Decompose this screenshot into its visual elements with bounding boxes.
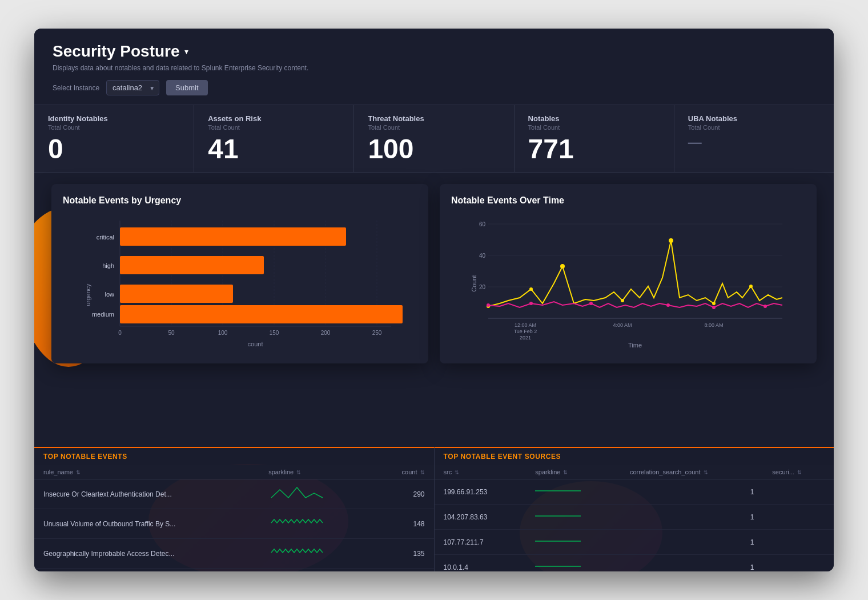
kpi-row: Identity Notables Total Count 0 Assets o… [34,105,834,173]
table-row: Insecure Or Cleartext Authentication Det… [34,479,434,509]
src-sparkline-3 [526,530,621,555]
svg-text:Tue Feb 2: Tue Feb 2 [514,329,537,334]
kpi-notables-value: 771 [528,135,660,163]
corr-count-2: 1 [621,505,763,530]
sort-src-sparkline-icon: ⇅ [563,470,568,475]
col-src-sparkline[interactable]: sparkline ⇅ [526,465,621,479]
svg-text:count: count [248,341,263,347]
src-sparkline-4 [526,555,621,572]
sort-src-icon: ⇅ [455,470,459,475]
table-row: 107.77.211.7 1 [435,530,834,555]
header: Security Posture ▾ Displays data about n… [34,29,834,105]
src-cell: 10.0.1.4 [435,555,527,572]
table-row: 104.207.83.63 1 [435,505,834,530]
corr-count-4: 1 [621,555,763,572]
col-count[interactable]: count ⇅ [372,465,434,479]
svg-point-48 [666,303,670,307]
col-security[interactable]: securi... ⇅ [763,465,834,479]
src-cell: 199.66.91.253 [435,479,527,505]
table-row: 199.66.91.253 1 [435,479,834,505]
table-row: Unusual Volume of Outbound Traffic By S.… [34,509,434,539]
security-2 [763,505,834,530]
kpi-card-uba: UBA Notables Total Count — [674,105,834,172]
col-correlation-count[interactable]: correlation_search_count ⇅ [621,465,763,479]
svg-rect-19 [120,285,233,303]
kpi-assets-sublabel: Total Count [208,124,340,131]
submit-button[interactable]: Submit [166,80,207,95]
bar-chart-container: urgency 0 50 100 150 200 250 count [63,215,417,352]
kpi-card-assets: Assets on Risk Total Count 41 [194,105,354,172]
rule-name-cell: Unusual Volume of Outbound Traffic By S.… [34,509,259,539]
svg-point-45 [487,303,490,307]
line-chart-title: Notable Events Over Time [451,195,805,206]
count-cell-2: 148 [372,509,434,539]
svg-rect-15 [120,227,346,246]
col-sparkline[interactable]: sparkline ⇅ [259,465,372,479]
table-row: 10.0.1.4 1 [435,555,834,572]
line-chart-container: Count 60 40 20 12:00 AM [451,215,805,352]
svg-text:0: 0 [118,330,122,336]
sort-count-icon: ⇅ [420,470,425,475]
svg-text:250: 250 [372,330,382,336]
svg-rect-17 [120,256,264,274]
svg-point-50 [763,305,767,308]
page-subtitle: Displays data about notables and data re… [53,64,815,72]
col-src[interactable]: src ⇅ [435,465,527,479]
svg-text:40: 40 [479,253,486,259]
main-content: Notable Events by Urgency urgency 0 50 1… [34,173,834,571]
svg-text:4:00 AM: 4:00 AM [613,322,632,328]
src-sparkline-2 [526,505,621,530]
svg-point-41 [560,264,565,269]
top-notable-events-title: Top Notable Events [34,448,434,465]
svg-text:urgency: urgency [85,283,91,306]
kpi-card-identity: Identity Notables Total Count 0 [34,105,194,172]
svg-text:Time: Time [628,342,642,349]
kpi-assets-label: Assets on Risk [208,114,340,123]
src-sparkline-svg-2 [535,510,581,522]
instance-select[interactable]: catalina2 [106,80,159,95]
table-row: Geographically Improbable Access Detec..… [34,539,434,569]
security-1 [763,479,834,505]
src-sparkline-1 [526,479,621,505]
top-notable-events-section: Top Notable Events rule_name ⇅ sparkline… [34,447,435,571]
src-sparkline-svg-4 [535,561,581,571]
svg-text:200: 200 [321,330,331,336]
kpi-threat-label: Threat Notables [368,114,500,123]
corr-count-3: 1 [621,530,763,555]
src-sparkline-svg-1 [535,485,581,497]
line-chart-svg: Count 60 40 20 12:00 AM [451,215,805,352]
kpi-uba-label: UBA Notables [688,114,820,123]
svg-text:60: 60 [479,221,486,227]
notable-events-table: rule_name ⇅ sparkline ⇅ count ⇅ Insecure… [34,465,434,569]
page-title: Security Posture [53,42,180,61]
svg-point-42 [621,299,624,302]
instance-row: Select Instance catalina2 Submit [53,80,815,95]
svg-point-38 [669,238,673,243]
sort-corr-icon: ⇅ [704,470,708,475]
rule-name-cell: Geographically Improbable Access Detec..… [34,539,259,569]
sparkline-cell-1 [259,479,372,509]
svg-point-47 [589,302,593,305]
kpi-notables-label: Notables [528,114,660,123]
svg-point-46 [529,302,533,305]
kpi-threat-sublabel: Total Count [368,124,500,131]
title-dropdown-icon[interactable]: ▾ [184,47,188,56]
svg-text:high: high [102,262,114,269]
svg-text:2021: 2021 [520,335,531,341]
kpi-card-threat: Threat Notables Total Count 100 [354,105,514,172]
bar-chart-card: Notable Events by Urgency urgency 0 50 1… [51,184,428,363]
svg-rect-21 [120,305,403,323]
notable-sources-table: src ⇅ sparkline ⇅ correlation_search_cou… [435,465,834,571]
count-cell-1: 290 [372,479,434,509]
kpi-identity-sublabel: Total Count [48,124,180,131]
svg-point-44 [749,285,753,288]
col-rule-name[interactable]: rule_name ⇅ [34,465,259,479]
svg-text:20: 20 [479,284,486,290]
corr-count-1: 1 [621,479,763,505]
kpi-identity-label: Identity Notables [48,114,180,123]
title-row: Security Posture ▾ [53,42,815,61]
sort-sparkline-icon: ⇅ [296,470,301,475]
tables-row: Top Notable Events rule_name ⇅ sparkline… [34,447,834,571]
line-chart-card: Notable Events Over Time Count 60 40 20 [440,184,817,363]
svg-text:50: 50 [168,330,175,336]
